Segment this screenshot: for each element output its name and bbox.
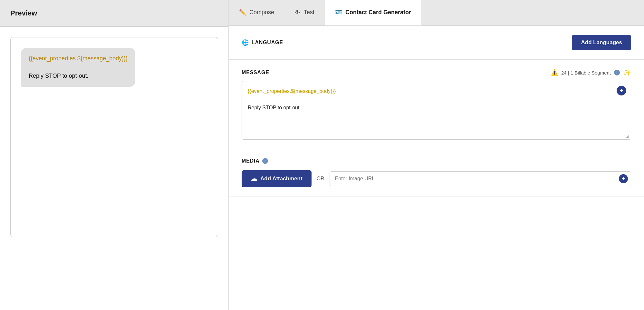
phone-preview-box: {{event_properties.${message_body}}} Rep… [10,37,218,237]
preview-content: {{event_properties.${message_body}}} Rep… [0,27,228,310]
bubble-static-text: Reply STOP to opt-out. [29,73,88,79]
compose-icon: ✏️ [239,9,246,16]
media-label-row: MEDIA i [242,158,631,164]
image-url-input[interactable] [330,171,631,186]
media-label-text: MEDIA [242,158,260,164]
preview-header: Preview [0,0,228,27]
message-static-text: Reply STOP to opt-out. [248,105,301,110]
upload-icon: ☁ [251,175,257,183]
message-bubble: {{event_properties.${message_body}}} Rep… [21,48,135,87]
contact-card-icon: 🪪 [335,9,342,16]
message-header: MESSAGE ⚠️ 24 | 1 Billable Segment i ✨ [242,69,631,76]
media-section: MEDIA i ☁ Add Attachment OR + [229,149,644,196]
add-languages-button[interactable]: Add Languages [572,35,631,50]
message-variable-text: {{event_properties.${message_body}}} [248,88,336,94]
add-variable-button[interactable]: + [617,86,626,95]
media-controls: ☁ Add Attachment OR + [242,170,631,187]
message-textarea-wrapper: {{event_properties.${message_body}}} Rep… [242,81,631,140]
message-label-text: MESSAGE [242,70,269,75]
magic-wand-icon[interactable]: ✨ [623,69,631,76]
segment-info-icon[interactable]: i [614,70,620,75]
globe-icon: 🌐 [242,39,249,46]
language-section: 🌐 LANGUAGE Add Languages [229,26,644,60]
right-panel: ✏️ Compose 👁 Test 🪪 Contact Card Generat… [229,0,644,310]
tabs-bar: ✏️ Compose 👁 Test 🪪 Contact Card Generat… [229,0,644,26]
tab-test[interactable]: 👁 Test [284,0,325,25]
textarea-resize-handle[interactable]: ◢ [626,134,631,139]
tab-contact-card-generator[interactable]: 🪪 Contact Card Generator [325,0,421,25]
tab-contact-card-label: Contact Card Generator [345,9,411,16]
add-attachment-button[interactable]: ☁ Add Attachment [242,170,312,187]
tab-compose-label: Compose [249,9,274,16]
billable-segment-text: 24 | 1 Billable Segment [561,70,611,75]
url-add-button[interactable]: + [619,174,628,183]
attachment-button-label: Add Attachment [260,175,303,182]
left-panel: Preview {{event_properties.${message_bod… [0,0,229,310]
language-label-text: LANGUAGE [252,40,283,45]
bubble-text: {{event_properties.${message_body}}} Rep… [29,54,128,80]
test-icon: 👁 [295,9,301,16]
warning-icon: ⚠️ [551,69,558,76]
message-section: MESSAGE ⚠️ 24 | 1 Billable Segment i ✨ {… [229,60,644,149]
message-meta: ⚠️ 24 | 1 Billable Segment i ✨ [551,69,631,76]
bubble-variable-text: {{event_properties.${message_body}}} [29,55,128,62]
language-label: 🌐 LANGUAGE [242,39,283,46]
right-content: 🌐 LANGUAGE Add Languages MESSAGE ⚠️ 24 |… [229,26,644,310]
preview-title: Preview [10,9,37,17]
tab-test-label: Test [304,9,314,16]
message-textarea-display[interactable]: {{event_properties.${message_body}}} Rep… [242,81,631,139]
or-label: OR [317,176,324,182]
url-input-wrapper: + [330,171,631,186]
tab-compose[interactable]: ✏️ Compose [229,0,284,25]
media-info-icon[interactable]: i [262,158,268,164]
